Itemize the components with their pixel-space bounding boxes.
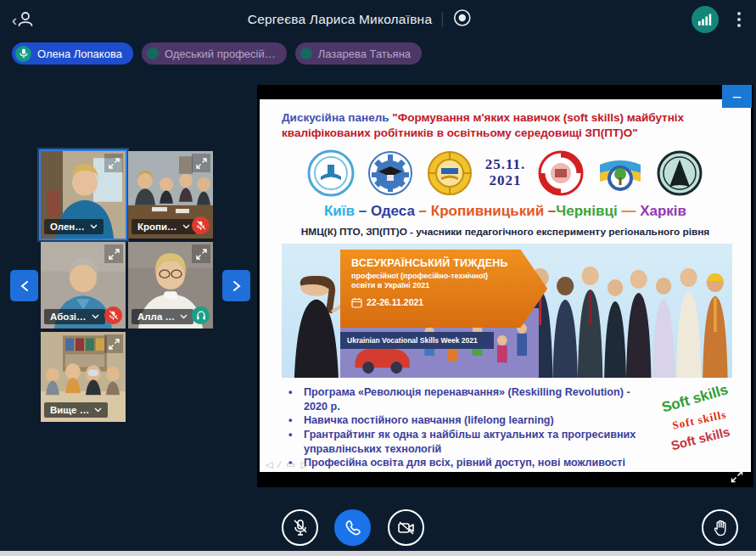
chevron-down-icon: [182, 224, 190, 229]
slide-pen-icon[interactable]: ∕: [278, 459, 280, 470]
mic-off-icon: [292, 519, 309, 537]
more-options-icon[interactable]: [734, 8, 744, 31]
banner-dates: 22-26.11.2021: [351, 297, 518, 308]
city-segment: —: [618, 203, 640, 219]
shared-screen-panel: – Дискусійна панель "Формування м'яких н…: [257, 85, 753, 487]
tile-expand-icon[interactable]: [104, 154, 123, 172]
chevron-down-icon: [180, 314, 188, 319]
slide-next-icon[interactable]: ▷: [301, 459, 308, 470]
speaker-title-group: Сергеєва Лариса Миколаївна: [248, 0, 472, 39]
banner-heading: ВСЕУКРАЇНСЬКИЙ ТИЖДЕНЬ: [351, 257, 518, 269]
slide-prev-icon[interactable]: ◁: [266, 459, 272, 470]
presence-dot-icon: [147, 48, 159, 59]
dark-round-logo-icon: [656, 149, 703, 197]
video-tile-vyshche[interactable]: Вище …: [41, 332, 126, 422]
hang-up-button[interactable]: [334, 509, 371, 546]
fullscreen-share-icon[interactable]: [726, 469, 747, 486]
tile-expand-icon[interactable]: [192, 244, 210, 263]
microphone-muted-button[interactable]: [282, 509, 318, 546]
video-tile-alla[interactable]: Алла …: [128, 242, 213, 329]
tile-name: Кропи…: [137, 222, 177, 232]
tree-gear-logo-icon: [596, 149, 644, 197]
mic-icon: [15, 46, 31, 62]
video-tile-abozi[interactable]: Абозі…: [41, 242, 126, 329]
record-indicator-icon[interactable]: [453, 8, 472, 31]
page-title: Сергеєва Лариса Миколаївна: [248, 12, 432, 27]
minimize-share-button[interactable]: –: [722, 85, 752, 108]
mic-muted-icon: [104, 306, 122, 324]
banner-strip: Ukrainian Vocational Skills Week 2021: [340, 332, 494, 349]
city-segment: –: [355, 203, 371, 219]
tile-name: Абозі…: [50, 312, 87, 322]
tile-name: Вище …: [50, 405, 89, 415]
tile-name-menu[interactable]: Кропи…: [132, 219, 196, 234]
city-segment: Кропивницький: [431, 203, 544, 219]
tile-name-menu[interactable]: Вище …: [44, 402, 108, 418]
city-segment: Харків: [640, 203, 686, 219]
mic-muted-icon: [192, 216, 210, 234]
tile-expand-icon[interactable]: [104, 334, 123, 353]
city-segment: Київ: [324, 203, 355, 219]
bullet-item: Професійна освіта для всіх, рівний досту…: [285, 456, 650, 470]
slide-date: 25.11.2021: [485, 157, 526, 188]
tile-name: Алла …: [137, 312, 175, 322]
tile-expand-icon[interactable]: [192, 154, 210, 172]
tile-name: Олен…: [50, 222, 85, 232]
phone-icon: [344, 519, 361, 536]
city-segment: Чернівці: [556, 203, 617, 219]
chevron-down-icon: [92, 314, 99, 319]
tile-name-menu[interactable]: Олен…: [44, 219, 104, 234]
participant-pill[interactable]: Лазарева Татьяна: [295, 42, 422, 65]
hand-icon: [713, 519, 728, 536]
network-quality-icon[interactable]: [692, 6, 719, 33]
tile-expand-icon[interactable]: [104, 244, 123, 263]
camera-off-button[interactable]: [388, 509, 424, 546]
tile-name-menu[interactable]: Алла …: [132, 309, 193, 324]
slide-bullets: Програма «Революція перенавчання» (Reski…: [285, 385, 650, 470]
window-bottom-edge: [0, 551, 756, 556]
presentation-slide: Дискусійна панель "Формування м'яких нав…: [260, 99, 751, 472]
chevron-down-icon: [90, 224, 98, 229]
city-segment: Одеса: [371, 203, 415, 219]
presence-dot-icon: [300, 48, 312, 59]
red-round-logo-icon: [537, 149, 585, 197]
soft-skills-wordart: Soft skills Soft skills Soft skills: [632, 387, 734, 463]
partner-logos-row: 25.11.2021: [260, 146, 751, 200]
bullet-item: Навичка постійного навчання (lifelong le…: [285, 413, 650, 428]
bullet-item: Програма «Революція перенавчання» (Reski…: [285, 385, 650, 413]
slide-nav-toolbar: ◁ ∕ ▭ ▷: [266, 459, 308, 470]
meeting-window: ‹ Сергеєва Лариса Миколаївна Олена Лопак…: [0, 0, 756, 556]
yellow-emblem-logo-icon: [426, 149, 473, 197]
participant-pill-speaking[interactable]: Олена Лопакова: [12, 42, 133, 65]
chevron-down-icon: [94, 407, 102, 413]
gear-graduation-logo-icon: [367, 149, 414, 197]
tile-name-menu[interactable]: Абозі…: [44, 309, 105, 324]
presenter-illustration: [282, 273, 344, 378]
cities-line: Київ – Одеса – Кропивницький –Чернівці —…: [260, 203, 751, 220]
city-segment: –: [544, 203, 556, 219]
banner-arrow-panel: ВСЕУКРАЇНСЬКИЙ ТИЖДЕНЬ професійної (проф…: [340, 250, 547, 328]
back-to-participants-button[interactable]: ‹: [12, 8, 36, 32]
slide-title: Дискусійна панель "Формування м'яких нав…: [282, 110, 741, 140]
institute-logo-icon: [307, 149, 355, 197]
raise-hand-button[interactable]: [702, 509, 738, 546]
headphones-icon: [192, 306, 210, 324]
slide-rect-icon[interactable]: ▭: [286, 459, 294, 470]
video-tile-olena[interactable]: Олен…: [41, 151, 126, 239]
top-right-actions: [692, 6, 744, 33]
calendar-icon: [351, 297, 362, 308]
camera-off-icon: [397, 520, 416, 536]
participants-bar: Олена Лопакова Одеський професій… Лазаре…: [12, 42, 422, 65]
city-segment: –: [415, 203, 431, 219]
vocational-week-banner: ВСЕУКРАЇНСЬКИЙ ТИЖДЕНЬ професійної (проф…: [282, 244, 732, 378]
participant-name: Одеський професій…: [165, 48, 276, 60]
participant-name: Лазарева Татьяна: [318, 48, 411, 60]
participant-pill[interactable]: Одеський професій…: [142, 42, 287, 65]
slide-title-prefix: Дискусійна панель: [282, 111, 392, 124]
top-bar: ‹ Сергеєва Лариса Миколаївна: [0, 0, 756, 39]
previous-page-button[interactable]: [10, 270, 38, 301]
next-page-button[interactable]: [222, 270, 250, 301]
banner-subheading: професійної (професійно-технічної)освіти…: [351, 272, 518, 291]
video-tile-kropyvnytskyi[interactable]: Кропи…: [128, 151, 213, 239]
bullet-item: Грантрайтинг як одна з найбільш актуальн…: [285, 428, 650, 456]
